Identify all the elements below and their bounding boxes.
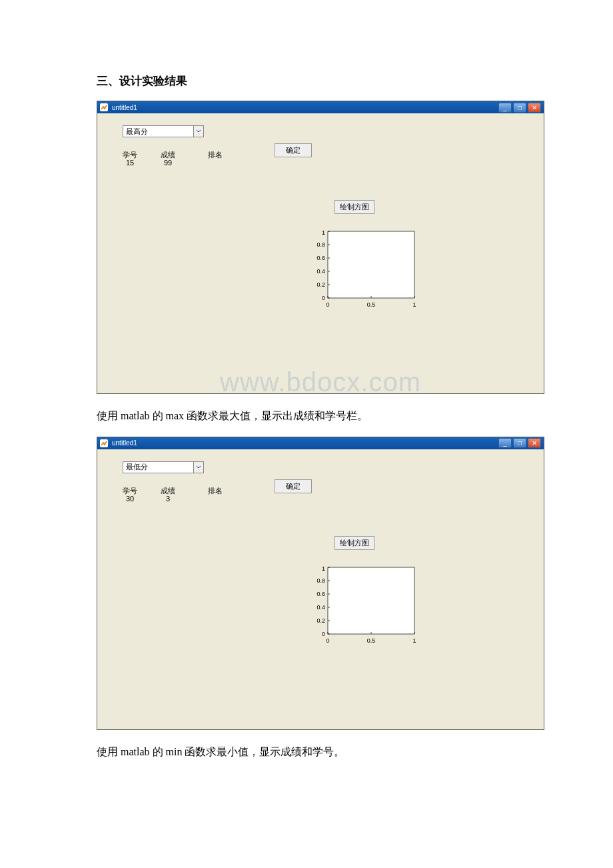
minimize-button[interactable]: _ <box>498 438 512 448</box>
caption-2: 使用 matlab 的 min 函数求最小值，显示成绩和学号。 <box>97 743 516 761</box>
titlebar: untitled1 _ □ ✕ <box>97 437 544 449</box>
window-title: untitled1 <box>112 104 137 111</box>
svg-text:1: 1 <box>412 301 416 308</box>
dropdown-value: 最高分 <box>126 127 148 137</box>
dropdown-arrow-icon[interactable] <box>193 462 203 473</box>
svg-text:0.6: 0.6 <box>316 255 325 261</box>
svg-text:0.4: 0.4 <box>316 604 325 611</box>
value-student-id: 15 <box>126 159 134 167</box>
svg-text:0: 0 <box>322 631 325 637</box>
svg-text:0.8: 0.8 <box>316 577 325 584</box>
label-rank: 排名 <box>208 486 223 496</box>
svg-text:0: 0 <box>322 295 325 301</box>
svg-text:0.8: 0.8 <box>316 241 325 248</box>
window-title: untitled1 <box>112 439 137 447</box>
axes-plot: 0 0.2 0.4 0.6 0.8 1 <box>308 228 428 315</box>
titlebar: untitled1 _ □ ✕ <box>97 101 544 113</box>
matlab-figure-window-2: untitled1 _ □ ✕ 最低分 学号 30 成绩 3 排名 确定 绘制方… <box>97 437 544 730</box>
svg-text:0.5: 0.5 <box>367 301 376 308</box>
matlab-figure-window-1: untitled1 _ □ ✕ 最高分 学号 15 成绩 99 排名 确定 绘制… <box>97 101 544 394</box>
ok-button[interactable]: 确定 <box>275 479 312 493</box>
label-rank: 排名 <box>208 150 223 160</box>
close-button[interactable]: ✕ <box>528 438 541 448</box>
stat-select-dropdown[interactable]: 最高分 <box>123 125 204 137</box>
axes-plot: 0 0.2 0.4 0.6 0.8 1 <box>308 564 428 651</box>
stat-select-dropdown[interactable]: 最低分 <box>123 461 204 473</box>
svg-text:1: 1 <box>412 637 416 644</box>
matlab-icon <box>100 103 108 111</box>
value-score: 3 <box>166 495 170 503</box>
matlab-icon <box>100 439 108 447</box>
maximize-button[interactable]: □ <box>513 438 526 448</box>
svg-rect-19 <box>328 567 414 634</box>
ok-button[interactable]: 确定 <box>275 143 312 157</box>
svg-text:1: 1 <box>322 229 325 236</box>
close-button[interactable]: ✕ <box>528 103 541 113</box>
svg-text:0: 0 <box>326 637 329 644</box>
svg-text:0.2: 0.2 <box>316 281 325 288</box>
maximize-button[interactable]: □ <box>513 103 526 113</box>
dropdown-value: 最低分 <box>126 462 148 472</box>
dropdown-arrow-icon[interactable] <box>193 126 203 137</box>
value-score: 99 <box>164 159 172 167</box>
svg-text:0.2: 0.2 <box>316 617 325 624</box>
svg-text:0.4: 0.4 <box>316 268 325 275</box>
svg-text:1: 1 <box>322 565 325 572</box>
svg-text:0: 0 <box>326 301 329 308</box>
caption-1: 使用 matlab 的 max 函数求最大值，显示出成绩和学号栏。 <box>97 407 516 425</box>
svg-text:0.6: 0.6 <box>316 591 325 597</box>
minimize-button[interactable]: _ <box>498 103 512 113</box>
plot-button[interactable]: 绘制方图 <box>334 200 374 214</box>
value-student-id: 30 <box>126 495 134 503</box>
section-title: 三、设计实验结果 <box>97 73 516 89</box>
svg-text:0.5: 0.5 <box>367 637 376 644</box>
svg-rect-0 <box>328 231 414 298</box>
plot-button[interactable]: 绘制方图 <box>334 536 374 550</box>
